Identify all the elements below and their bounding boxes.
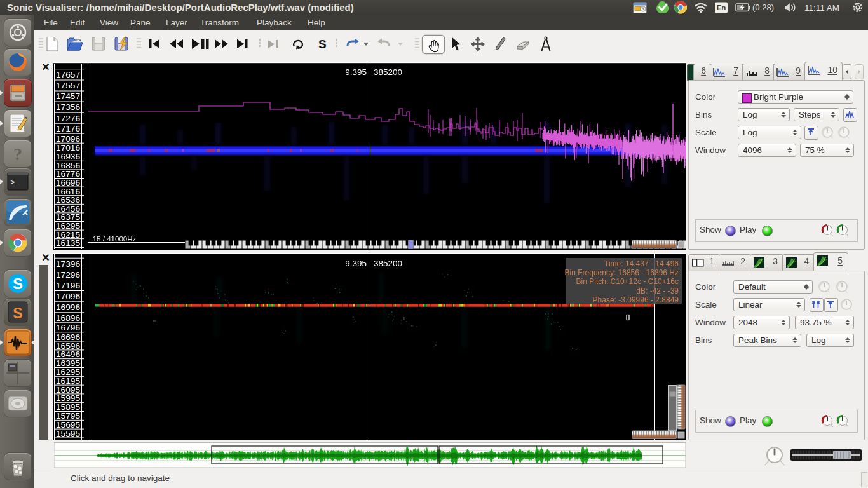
svg-text:Bin Frequency: 16856 - 16896 H: Bin Frequency: 16856 - 16896 Hz (565, 268, 679, 277)
svg-text:17657: 17657 (56, 70, 80, 79)
svg-text:16135: 16135 (56, 238, 80, 248)
svg-text:9.395: 9.395 (345, 67, 367, 77)
svg-text:16596: 16596 (56, 341, 80, 351)
svg-text:17196: 17196 (56, 281, 80, 290)
svg-text:16696: 16696 (56, 332, 80, 342)
svg-text:17457: 17457 (56, 92, 80, 101)
svg-text:>_: >_ (10, 179, 20, 187)
svg-text:17016: 17016 (56, 143, 80, 152)
svg-text:11:11 AM: 11:11 AM (804, 3, 839, 13)
svg-text:En: En (717, 4, 726, 11)
svg-text:17296: 17296 (56, 270, 80, 280)
svg-text:15695: 15695 (56, 420, 80, 430)
svg-text:16295: 16295 (56, 367, 80, 377)
svg-text:S: S (13, 275, 23, 292)
svg-text:16496: 16496 (56, 349, 80, 359)
svg-text:?: ? (13, 144, 22, 164)
svg-text:385200: 385200 (374, 67, 402, 77)
svg-text:16796: 16796 (56, 323, 80, 332)
svg-text:17096: 17096 (56, 292, 80, 301)
svg-text:16095: 16095 (56, 385, 80, 395)
svg-text:Phase: -3.09996 - 2.8849: Phase: -3.09996 - 2.8849 (593, 295, 679, 304)
svg-text:9.395: 9.395 (345, 259, 367, 268)
svg-text:16896: 16896 (56, 313, 80, 323)
svg-text:16395: 16395 (56, 358, 80, 368)
svg-text:15995: 15995 (56, 393, 80, 403)
svg-text:17557: 17557 (56, 81, 80, 90)
svg-text:15795: 15795 (56, 411, 80, 421)
svg-text:17276: 17276 (56, 114, 80, 123)
svg-text:17396: 17396 (56, 259, 80, 269)
svg-text:S: S (318, 37, 327, 51)
svg-text:17176: 17176 (56, 124, 80, 133)
svg-text:-15 / 41000Hz: -15 / 41000Hz (90, 235, 136, 243)
svg-text:dB: -42 - -39: dB: -42 - -39 (636, 287, 679, 295)
svg-text:Time: 14.437 - 14.496: Time: 14.437 - 14.496 (604, 259, 679, 268)
svg-text:17356: 17356 (56, 102, 80, 112)
svg-text:16996: 16996 (56, 302, 80, 312)
svg-text:16195: 16195 (56, 376, 80, 386)
svg-text:385200: 385200 (374, 259, 402, 268)
svg-text:(0:28): (0:28) (752, 3, 774, 12)
svg-text:15895: 15895 (56, 402, 80, 412)
svg-text:S: S (13, 305, 22, 322)
svg-text:17096: 17096 (56, 134, 80, 144)
svg-text:Bin Pitch: C10+12c - C10+16c: Bin Pitch: C10+12c - C10+16c (576, 277, 679, 286)
svg-text:15595: 15595 (56, 429, 80, 438)
